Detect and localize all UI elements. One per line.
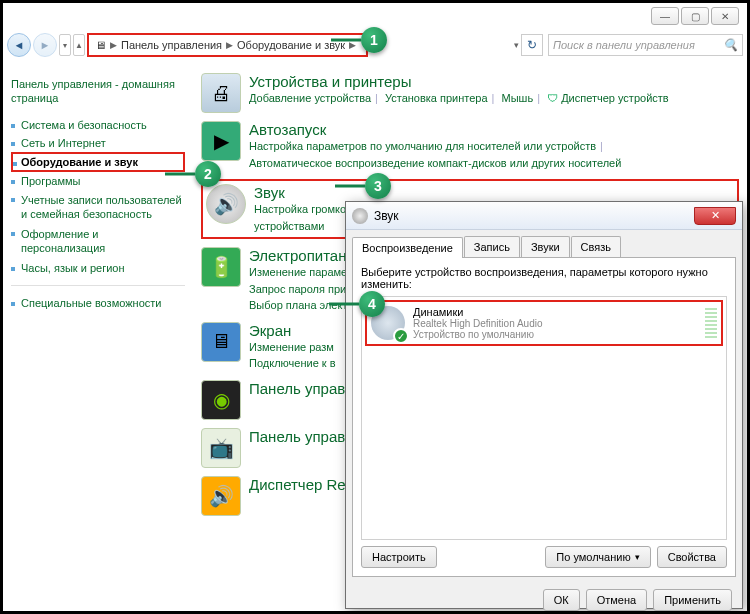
tab-sounds[interactable]: Звуки bbox=[521, 236, 570, 257]
link-autoplay-defaults[interactable]: Настройка параметров по умолчанию для но… bbox=[249, 140, 596, 152]
dialog-titlebar[interactable]: Звук ✕ bbox=[346, 202, 742, 230]
annotation-marker-1: 1 bbox=[361, 27, 387, 53]
dialog-instruction: Выберите устройство воспроизведения, пар… bbox=[361, 266, 727, 290]
sound-title[interactable]: Звук bbox=[254, 184, 734, 201]
link-autoplay-cd[interactable]: Автоматическое воспроизведение компакт-д… bbox=[249, 157, 621, 169]
search-icon[interactable]: 🔍 bbox=[723, 38, 738, 52]
nvidia-icon: ◉ bbox=[201, 380, 241, 420]
speaker-icon: 🔊 bbox=[206, 184, 246, 224]
breadcrumb[interactable]: 🖥 ▶ Панель управления ▶ Оборудование и з… bbox=[87, 33, 368, 57]
chevron-right-icon: ▶ bbox=[110, 40, 117, 50]
tab-recording[interactable]: Запись bbox=[464, 236, 520, 257]
dialog-close-button[interactable]: ✕ bbox=[694, 207, 736, 225]
cancel-button[interactable]: Отмена bbox=[586, 589, 647, 611]
breadcrumb-part1[interactable]: Панель управления bbox=[121, 39, 222, 51]
device-list[interactable]: ✓ Динамики Realtek High Definition Audio… bbox=[361, 296, 727, 540]
autoplay-title[interactable]: Автозапуск bbox=[249, 121, 621, 138]
up-button[interactable]: ▲ bbox=[73, 34, 85, 56]
chevron-right-icon: ▶ bbox=[349, 40, 356, 50]
forward-button[interactable]: ► bbox=[33, 33, 57, 57]
ok-button[interactable]: ОК bbox=[543, 589, 580, 611]
annotation-marker-4: 4 bbox=[359, 291, 385, 317]
annotation-marker-2: 2 bbox=[195, 161, 221, 187]
screen-title[interactable]: Экран bbox=[249, 322, 336, 339]
link-add-printer[interactable]: Установка принтера bbox=[385, 92, 488, 104]
sidebar-item-appearance[interactable]: Оформление и персонализация bbox=[11, 224, 185, 259]
display-icon: 🖥 bbox=[201, 322, 241, 362]
link-device-manager[interactable]: Диспетчер устройств bbox=[561, 92, 669, 104]
window-close-button[interactable]: ✕ bbox=[711, 7, 739, 25]
sidebar-item-accessibility[interactable]: Специальные возможности bbox=[11, 294, 185, 312]
realtek-icon: 🔊 bbox=[201, 476, 241, 516]
refresh-button[interactable]: ↻ bbox=[521, 34, 543, 56]
sidebar-item-programs[interactable]: Программы bbox=[11, 172, 185, 190]
device-desc: Realtek High Definition Audio bbox=[413, 318, 543, 329]
devices-title[interactable]: Устройства и принтеры bbox=[249, 73, 669, 90]
device-name: Динамики bbox=[413, 306, 543, 318]
sidebar-item-hardware-sound[interactable]: Оборудование и звук bbox=[11, 152, 185, 172]
tab-playback[interactable]: Воспроизведение bbox=[352, 237, 463, 258]
back-button[interactable]: ◄ bbox=[7, 33, 31, 57]
annotation-marker-3: 3 bbox=[365, 173, 391, 199]
history-dropdown[interactable]: ▾ bbox=[59, 34, 71, 56]
link-screen-size[interactable]: Изменение разм bbox=[249, 341, 334, 353]
shield-icon: 🛡 bbox=[547, 92, 558, 104]
sidebar: Панель управления - домашняя страница Си… bbox=[3, 67, 193, 611]
breadcrumb-part2[interactable]: Оборудование и звук bbox=[237, 39, 345, 51]
minimize-button[interactable]: — bbox=[651, 7, 679, 25]
breadcrumb-root-icon: 🖥 bbox=[95, 39, 106, 51]
level-meter-icon bbox=[705, 308, 717, 338]
sidebar-home[interactable]: Панель управления - домашняя страница bbox=[11, 77, 185, 106]
search-placeholder: Поиск в панели управления bbox=[553, 39, 695, 51]
set-default-button[interactable]: По умолчанию bbox=[545, 546, 650, 568]
sidebar-item-network[interactable]: Сеть и Интернет bbox=[11, 134, 185, 152]
sound-dialog: Звук ✕ Воспроизведение Запись Звуки Связ… bbox=[345, 201, 743, 609]
speaker-icon bbox=[352, 208, 368, 224]
apply-button[interactable]: Применить bbox=[653, 589, 732, 611]
device-status: Устройство по умолчанию bbox=[413, 329, 543, 340]
power-icon: 🔋 bbox=[201, 247, 241, 287]
properties-button[interactable]: Свойства bbox=[657, 546, 727, 568]
tab-communications[interactable]: Связь bbox=[571, 236, 621, 257]
search-input[interactable]: Поиск в панели управления 🔍 bbox=[548, 34, 743, 56]
sidebar-item-clock[interactable]: Часы, язык и регион bbox=[11, 259, 185, 277]
link-add-device[interactable]: Добавление устройства bbox=[249, 92, 371, 104]
sidebar-item-system[interactable]: Система и безопасность bbox=[11, 116, 185, 134]
maximize-button[interactable]: ▢ bbox=[681, 7, 709, 25]
autoplay-icon: ▶ bbox=[201, 121, 241, 161]
link-screen-connect[interactable]: Подключение к в bbox=[249, 357, 336, 369]
sidebar-item-accounts[interactable]: Учетные записи пользователей и семейная … bbox=[11, 190, 185, 225]
dialog-title: Звук bbox=[374, 209, 399, 223]
configure-button[interactable]: Настроить bbox=[361, 546, 437, 568]
panel-icon: 📺 bbox=[201, 428, 241, 468]
chevron-right-icon: ▶ bbox=[226, 40, 233, 50]
check-icon: ✓ bbox=[393, 328, 409, 344]
link-mouse[interactable]: Мышь bbox=[502, 92, 534, 104]
device-item-speakers[interactable]: ✓ Динамики Realtek High Definition Audio… bbox=[365, 300, 723, 346]
printer-icon: 🖨 bbox=[201, 73, 241, 113]
